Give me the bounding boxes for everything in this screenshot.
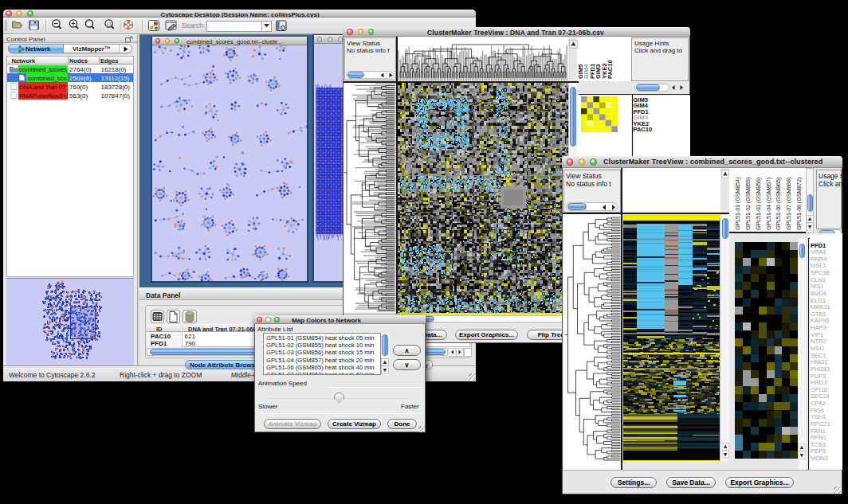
svg-text:GPL51-02 (GSM855): GPL51-02 (GSM855) — [744, 178, 752, 230]
svg-text:RPN1: RPN1 — [811, 434, 826, 441]
svg-text:GPL51-01 (GSM854): GPL51-01 (GSM854) — [734, 178, 741, 230]
svg-text:GPL51-06 (GSM865): GPL51-06 (GSM865) — [775, 178, 782, 230]
svg-text:PHO81: PHO81 — [811, 365, 830, 373]
svg-text:PAC10: PAC10 — [607, 60, 614, 79]
svg-text:FIG4: FIG4 — [811, 407, 824, 414]
svg-text:GPL51-03 (GSM856): GPL51-03 (GSM856) — [755, 178, 762, 230]
svg-text:NTR2: NTR2 — [811, 338, 826, 345]
svg-text:YRA1: YRA1 — [811, 248, 826, 256]
svg-text:GPL51-04 (GSM857): GPL51-04 (GSM857) — [765, 178, 772, 230]
svg-text:1:1: 1:1 — [106, 22, 112, 26]
svg-text:GPL51-07 (GSM868): GPL51-07 (GSM868) — [785, 178, 792, 230]
svg-text:ELG1: ELG1 — [811, 297, 826, 304]
svg-text:SPC98: SPC98 — [811, 269, 830, 276]
svg-text:GPI16: GPI16 — [811, 386, 827, 393]
svg-text:MON2: MON2 — [811, 455, 828, 462]
svg-text:GPL51-08 (GSM872): GPL51-08 (GSM872) — [795, 178, 803, 230]
svg-text:KAP95: KAP95 — [811, 317, 829, 324]
